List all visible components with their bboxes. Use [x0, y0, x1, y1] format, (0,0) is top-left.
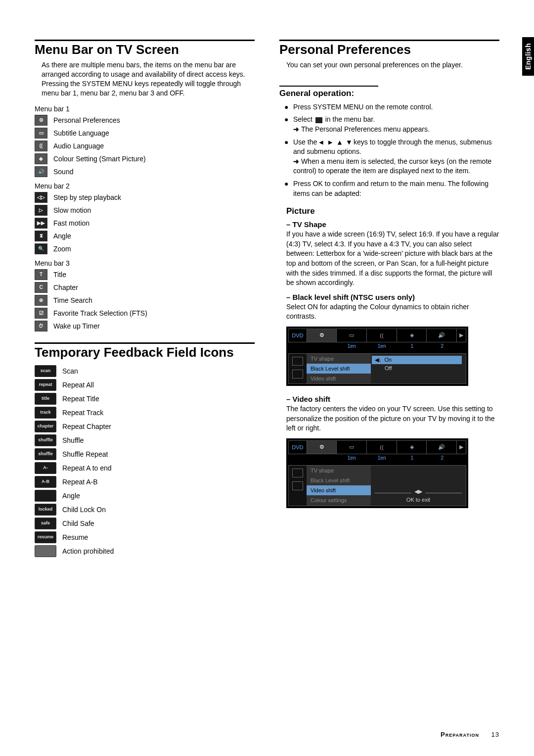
- osd2-val: 1en: [367, 455, 397, 464]
- osd1-tab-sound: 🔊: [427, 329, 457, 342]
- left-column: Menu Bar on TV Screen As there are multi…: [35, 40, 255, 562]
- osd1-value-off-label: Off: [385, 365, 392, 371]
- intro-menu-bar: As there are multiple menu bars, the ite…: [42, 60, 255, 98]
- heading-picture: Picture: [286, 206, 499, 216]
- osd2-tab-subtitle: ▭: [337, 441, 367, 454]
- osd1-val: 1en: [367, 343, 397, 352]
- mb1-item: ((Audio Language: [35, 141, 255, 151]
- osd1-value-on[interactable]: ◀↓On: [372, 356, 462, 364]
- chapter-icon: C: [35, 282, 47, 293]
- feedback-item: scanScan: [35, 365, 255, 377]
- zoom-icon: 🔍: [35, 243, 47, 254]
- osd1-side-icon: [292, 357, 303, 366]
- osd2-menu: TV shape Black Level shift Video shift C…: [307, 466, 371, 506]
- osd2-menu-video-shift[interactable]: Video shift: [307, 485, 371, 495]
- osd1-values: ◀↓On Off: [371, 354, 466, 383]
- osd2-values: ◀▶ OK to exit: [371, 466, 466, 506]
- feedback-item-label: Repeat Chapter: [62, 423, 111, 430]
- osd1-val: 1en: [337, 343, 367, 352]
- genop-step-2b: in the menu bar.: [323, 115, 375, 123]
- osd2-menu-colour-settings[interactable]: Colour settings: [307, 495, 371, 505]
- genop-step-2: Select in the menu bar. The Personal Pre…: [279, 115, 499, 134]
- osd2-tab-prefs: ⚙: [307, 441, 337, 454]
- osd1-menu: TV shape Black Level shift Video shift: [307, 354, 371, 383]
- osd1-val: 1: [397, 343, 427, 352]
- mb1-item: ▭Subtitle Language: [35, 128, 255, 139]
- feedback-item-label: Repeat A to end: [62, 464, 112, 472]
- osd1-cursor-icon: ◀↓: [375, 357, 382, 363]
- resume-icon: resume: [35, 531, 56, 543]
- osd2-tabbar: DVD ⚙ ▭ (( ◈ 🔊 ▶: [288, 440, 466, 454]
- feedback-item-label: Repeat A-B: [62, 478, 98, 486]
- mb2-item: ◁▷Step by step playback: [35, 192, 255, 203]
- mb1-item-label: Personal Preferences: [53, 116, 120, 124]
- mb1-item-label: Colour Setting (Smart Picture): [53, 155, 146, 163]
- feedback-item: A-Repeat A to end: [35, 462, 255, 474]
- fts-icon: ☑: [35, 308, 47, 319]
- mb2-item: ▷Slow motion: [35, 205, 255, 216]
- menubar3-label: Menu bar 3: [35, 259, 255, 267]
- osd2-menu-tv-shape[interactable]: TV shape: [307, 466, 371, 475]
- osd1-menu-black-level[interactable]: Black Level shift: [307, 364, 371, 374]
- genop-step-3: Use the ◀ ▶ ▲ ▼ keys to toggle through t…: [279, 138, 499, 176]
- mb3-item: TTitle: [35, 269, 255, 280]
- page-footer: Preparation 13: [441, 731, 499, 738]
- feedback-item: resumeResume: [35, 531, 255, 543]
- preferences-icon: ⚙: [35, 115, 47, 126]
- osd2-side-icon: [292, 481, 303, 490]
- menubar3-list: TTitle CChapter ⊕Time Search ☑Favorite T…: [35, 269, 255, 331]
- genop-step-4: Press OK to confirm and return to the ma…: [279, 179, 499, 198]
- osd2-tab-colour: ◈: [397, 441, 427, 454]
- mb3-item-label: Time Search: [53, 296, 92, 304]
- mb3-item-label: Title: [53, 271, 66, 279]
- mb3-item-label: Chapter: [53, 284, 78, 291]
- feedback-item-label: Shuffle Repeat: [62, 450, 108, 458]
- shuffle-icon: shuffle: [35, 434, 56, 446]
- osd1-tabbar: DVD ⚙ ▭ (( ◈ 🔊 ▶: [288, 329, 466, 342]
- feedback-item: chapterRepeat Chapter: [35, 421, 255, 432]
- feedback-item: trackRepeat Track: [35, 407, 255, 419]
- colour-icon: ◈: [35, 153, 47, 164]
- feedback-item-label: Angle: [62, 492, 80, 500]
- osd-video-shift: DVD ⚙ ▭ (( ◈ 🔊 ▶ 1en 1en 1 2: [286, 438, 468, 508]
- osd2-tab-sound: 🔊: [427, 441, 457, 454]
- osd1-menu-tv-shape[interactable]: TV shape: [307, 354, 371, 364]
- right-column: Personal Preferences You can set your ow…: [279, 40, 499, 562]
- osd2-val: [307, 455, 337, 464]
- mb1-item: ⚙Personal Preferences: [35, 115, 255, 126]
- footer-section: Preparation: [441, 731, 479, 738]
- heading-general-operation: General operation:: [279, 86, 378, 98]
- osd1-val: 2: [427, 343, 457, 352]
- osd1-menu-video-shift[interactable]: Video shift: [307, 374, 371, 383]
- osd2-val: 2: [427, 455, 457, 464]
- feedback-item: repeatRepeat All: [35, 379, 255, 391]
- feedback-item: titleRepeat Title: [35, 393, 255, 405]
- heading-feedback-icons: Temporary Feedback Field Icons: [35, 342, 255, 360]
- sound-icon: 🔊: [35, 166, 47, 177]
- mb3-item: CChapter: [35, 282, 255, 293]
- osd2-tab-audio: ((: [367, 441, 397, 454]
- osd2-menu-black-level[interactable]: Black Level shift: [307, 475, 371, 485]
- footer-page-number: 13: [491, 731, 499, 738]
- osd1-value-off[interactable]: Off: [375, 364, 462, 372]
- genop-step-3a: Use the: [293, 138, 319, 146]
- repeat-all-icon: repeat: [35, 379, 56, 391]
- feedback-item: A-BRepeat A-B: [35, 476, 255, 488]
- osd1-side-icons: [289, 354, 307, 383]
- mb3-item-label: Wake up Timer: [53, 322, 100, 330]
- angle-icon: ⧗: [35, 231, 47, 241]
- feedback-item: Angle: [35, 490, 255, 502]
- feedback-item-label: Resume: [62, 533, 88, 541]
- mb2-item: ▶▶Fast motion: [35, 218, 255, 229]
- osd2-slider[interactable]: ◀▶: [375, 487, 462, 496]
- mb3-item: ⏱Wake up Timer: [35, 321, 255, 331]
- body-tv-shape: If you have a wide screen (16:9) TV, sel…: [286, 230, 499, 288]
- osd1-side-icon: [292, 370, 303, 378]
- mb2-item: ⧗Angle: [35, 231, 255, 241]
- osd2-tab-more: ▶: [457, 441, 466, 454]
- angle-feedback-icon: [35, 490, 56, 502]
- menubar1-label: Menu bar 1: [35, 105, 255, 113]
- feedback-item-label: Repeat Track: [62, 409, 103, 417]
- cursor-keys: ◀ ▶ ▲ ▼: [319, 138, 352, 146]
- osd1-val: [307, 343, 337, 352]
